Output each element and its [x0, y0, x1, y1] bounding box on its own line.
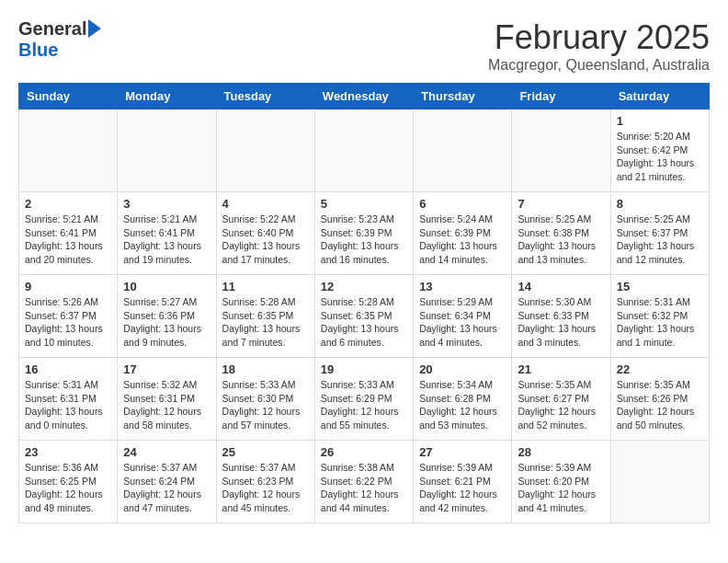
calendar-cell: 6Sunrise: 5:24 AM Sunset: 6:39 PM Daylig…: [414, 192, 512, 275]
title-block: February 2025 Macgregor, Queensland, Aus…: [488, 18, 710, 74]
week-row-1: 1Sunrise: 5:20 AM Sunset: 6:42 PM Daylig…: [19, 109, 710, 192]
weekday-header-friday: Friday: [512, 84, 610, 109]
weekday-header-tuesday: Tuesday: [216, 84, 314, 109]
day-info: Sunrise: 5:25 AM Sunset: 6:37 PM Dayligh…: [617, 213, 703, 267]
calendar-cell: 22Sunrise: 5:35 AM Sunset: 6:26 PM Dayli…: [610, 358, 709, 441]
day-info: Sunrise: 5:28 AM Sunset: 6:35 PM Dayligh…: [222, 295, 309, 350]
calendar-cell: [118, 109, 216, 192]
calendar-cell: 3Sunrise: 5:21 AM Sunset: 6:41 PM Daylig…: [118, 192, 216, 275]
calendar-cell: 18Sunrise: 5:33 AM Sunset: 6:30 PM Dayli…: [216, 358, 314, 441]
calendar-cell: 1Sunrise: 5:20 AM Sunset: 6:42 PM Daylig…: [610, 109, 709, 192]
day-number: 9: [25, 280, 111, 293]
day-info: Sunrise: 5:28 AM Sunset: 6:35 PM Dayligh…: [321, 295, 407, 350]
logo-arrow-icon: [88, 19, 101, 38]
day-number: 22: [617, 362, 703, 376]
day-number: 20: [419, 362, 506, 376]
day-info: Sunrise: 5:30 AM Sunset: 6:33 PM Dayligh…: [518, 295, 604, 350]
day-info: Sunrise: 5:23 AM Sunset: 6:39 PM Dayligh…: [321, 213, 407, 267]
location-subtitle: Macgregor, Queensland, Australia: [488, 57, 710, 74]
week-row-5: 23Sunrise: 5:36 AM Sunset: 6:25 PM Dayli…: [19, 441, 710, 523]
day-number: 13: [419, 280, 506, 293]
day-info: Sunrise: 5:20 AM Sunset: 6:42 PM Dayligh…: [617, 130, 703, 184]
weekday-header-sunday: Sunday: [19, 84, 118, 109]
day-info: Sunrise: 5:33 AM Sunset: 6:30 PM Dayligh…: [222, 378, 309, 432]
day-number: 18: [222, 362, 309, 376]
weekday-header-saturday: Saturday: [610, 84, 709, 109]
day-info: Sunrise: 5:39 AM Sunset: 6:21 PM Dayligh…: [419, 461, 506, 515]
day-number: 16: [25, 362, 111, 376]
day-number: 11: [222, 280, 309, 293]
calendar-cell: 10Sunrise: 5:27 AM Sunset: 6:36 PM Dayli…: [118, 275, 216, 358]
day-info: Sunrise: 5:37 AM Sunset: 6:24 PM Dayligh…: [123, 461, 210, 515]
logo-blue-text: Blue: [18, 40, 58, 61]
day-number: 8: [617, 197, 703, 211]
day-info: Sunrise: 5:34 AM Sunset: 6:28 PM Dayligh…: [419, 378, 506, 432]
page-header: General Blue February 2025 Macgregor, Qu…: [18, 18, 710, 74]
day-info: Sunrise: 5:32 AM Sunset: 6:31 PM Dayligh…: [123, 378, 210, 432]
day-number: 2: [25, 197, 111, 211]
calendar-cell: 20Sunrise: 5:34 AM Sunset: 6:28 PM Dayli…: [414, 358, 512, 441]
logo-general-text: General: [18, 18, 86, 40]
day-info: Sunrise: 5:36 AM Sunset: 6:25 PM Dayligh…: [25, 461, 111, 515]
day-number: 7: [518, 197, 604, 211]
day-info: Sunrise: 5:38 AM Sunset: 6:22 PM Dayligh…: [321, 461, 407, 515]
day-number: 17: [123, 362, 210, 376]
calendar-cell: [610, 441, 709, 523]
calendar-cell: 21Sunrise: 5:35 AM Sunset: 6:27 PM Dayli…: [512, 358, 610, 441]
calendar-cell: 24Sunrise: 5:37 AM Sunset: 6:24 PM Dayli…: [118, 441, 216, 523]
day-info: Sunrise: 5:39 AM Sunset: 6:20 PM Dayligh…: [518, 461, 604, 515]
week-row-2: 2Sunrise: 5:21 AM Sunset: 6:41 PM Daylig…: [19, 192, 710, 275]
calendar-cell: 8Sunrise: 5:25 AM Sunset: 6:37 PM Daylig…: [610, 192, 709, 275]
calendar-cell: 25Sunrise: 5:37 AM Sunset: 6:23 PM Dayli…: [216, 441, 314, 523]
calendar-cell: 11Sunrise: 5:28 AM Sunset: 6:35 PM Dayli…: [216, 275, 314, 358]
calendar-cell: [414, 109, 512, 192]
day-number: 10: [123, 280, 210, 293]
week-row-4: 16Sunrise: 5:31 AM Sunset: 6:31 PM Dayli…: [19, 358, 710, 441]
day-info: Sunrise: 5:35 AM Sunset: 6:26 PM Dayligh…: [617, 378, 703, 432]
day-number: 27: [419, 445, 506, 459]
day-number: 15: [617, 280, 703, 293]
calendar-header-row: SundayMondayTuesdayWednesdayThursdayFrid…: [19, 84, 710, 109]
day-number: 1: [617, 114, 703, 128]
day-info: Sunrise: 5:31 AM Sunset: 6:31 PM Dayligh…: [25, 378, 111, 432]
calendar-table: SundayMondayTuesdayWednesdayThursdayFrid…: [18, 83, 710, 523]
logo: General Blue: [18, 18, 101, 61]
calendar-cell: 16Sunrise: 5:31 AM Sunset: 6:31 PM Dayli…: [19, 358, 118, 441]
day-info: Sunrise: 5:21 AM Sunset: 6:41 PM Dayligh…: [25, 213, 111, 267]
day-number: 23: [25, 445, 111, 459]
day-number: 21: [518, 362, 604, 376]
day-number: 14: [518, 280, 604, 293]
calendar-cell: 13Sunrise: 5:29 AM Sunset: 6:34 PM Dayli…: [414, 275, 512, 358]
day-number: 3: [123, 197, 210, 211]
calendar-cell: 9Sunrise: 5:26 AM Sunset: 6:37 PM Daylig…: [19, 275, 118, 358]
weekday-header-monday: Monday: [118, 84, 216, 109]
day-info: Sunrise: 5:21 AM Sunset: 6:41 PM Dayligh…: [123, 213, 210, 267]
calendar-cell: 12Sunrise: 5:28 AM Sunset: 6:35 PM Dayli…: [314, 275, 413, 358]
day-number: 25: [222, 445, 309, 459]
calendar-cell: [512, 109, 610, 192]
day-number: 6: [419, 197, 506, 211]
day-info: Sunrise: 5:31 AM Sunset: 6:32 PM Dayligh…: [617, 295, 703, 350]
calendar-cell: [19, 109, 118, 192]
calendar-cell: 27Sunrise: 5:39 AM Sunset: 6:21 PM Dayli…: [414, 441, 512, 523]
calendar-cell: 2Sunrise: 5:21 AM Sunset: 6:41 PM Daylig…: [19, 192, 118, 275]
week-row-3: 9Sunrise: 5:26 AM Sunset: 6:37 PM Daylig…: [19, 275, 710, 358]
day-info: Sunrise: 5:25 AM Sunset: 6:38 PM Dayligh…: [518, 213, 604, 267]
calendar-cell: 5Sunrise: 5:23 AM Sunset: 6:39 PM Daylig…: [314, 192, 413, 275]
day-info: Sunrise: 5:37 AM Sunset: 6:23 PM Dayligh…: [222, 461, 309, 515]
day-info: Sunrise: 5:26 AM Sunset: 6:37 PM Dayligh…: [25, 295, 111, 350]
calendar-cell: 15Sunrise: 5:31 AM Sunset: 6:32 PM Dayli…: [610, 275, 709, 358]
weekday-header-wednesday: Wednesday: [314, 84, 413, 109]
day-info: Sunrise: 5:24 AM Sunset: 6:39 PM Dayligh…: [419, 213, 506, 267]
calendar-cell: 23Sunrise: 5:36 AM Sunset: 6:25 PM Dayli…: [19, 441, 118, 523]
day-info: Sunrise: 5:33 AM Sunset: 6:29 PM Dayligh…: [321, 378, 407, 432]
calendar-cell: 19Sunrise: 5:33 AM Sunset: 6:29 PM Dayli…: [314, 358, 413, 441]
day-number: 28: [518, 445, 604, 459]
day-number: 12: [321, 280, 407, 293]
day-number: 19: [321, 362, 407, 376]
day-number: 5: [321, 197, 407, 211]
calendar-cell: 14Sunrise: 5:30 AM Sunset: 6:33 PM Dayli…: [512, 275, 610, 358]
weekday-header-thursday: Thursday: [414, 84, 512, 109]
day-info: Sunrise: 5:27 AM Sunset: 6:36 PM Dayligh…: [123, 295, 210, 350]
day-info: Sunrise: 5:35 AM Sunset: 6:27 PM Dayligh…: [518, 378, 604, 432]
